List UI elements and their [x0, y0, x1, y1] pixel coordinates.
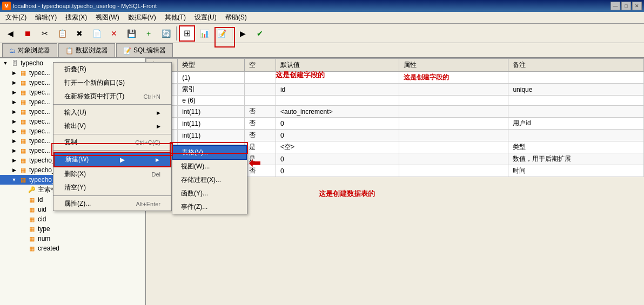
title-bar: M localhost - typechoapi.typecho_userlog… [0, 0, 644, 12]
submenu-function[interactable]: 函数(Y)... [172, 187, 247, 200]
ctx-collapse[interactable]: 折叠(R) [53, 63, 171, 76]
ctx-copy[interactable]: 复制 Ctrl+C(C) [53, 135, 171, 149]
tab-object-browser-label: 对象浏览器 [18, 46, 50, 55]
add-button[interactable]: + [140, 25, 157, 42]
tab-sql-editor[interactable]: 📝 SQL编辑器 [116, 43, 173, 57]
table-view-button[interactable]: ⊞ [179, 25, 195, 42]
toolbar-separator-2 [232, 26, 232, 40]
cell-note-7: 数值，用于后期扩展 [508, 153, 644, 165]
ctx-new[interactable]: 新建(W) ▶ [53, 152, 171, 167]
ctx-open-tab[interactable]: 在新标签页中打开(T) Ctrl+N [53, 90, 171, 103]
table-row[interactable]: (1) 这是创建字段的 [146, 72, 644, 84]
tree-col-created[interactable]: ▦ created [0, 243, 145, 253]
ctx-sep-3 [53, 150, 171, 151]
table-row[interactable]: e (6) [146, 96, 644, 106]
cell-default-3: <auto_increment> [276, 106, 399, 118]
minimize-button[interactable]: — [611, 2, 620, 10]
cell-default-2 [276, 96, 399, 106]
tree-arrow-uid [18, 207, 27, 212]
stop-button[interactable]: ⏹ [19, 25, 36, 42]
tree-label-4: typec... [29, 98, 50, 106]
ctx-input[interactable]: 输入(U) [53, 106, 171, 119]
maximize-button[interactable]: □ [621, 2, 631, 10]
copy-button[interactable]: 📋 [54, 25, 70, 42]
object-browser-icon: 🗂 [9, 47, 16, 55]
submenu-function-label: 函数(Y)... [181, 189, 208, 197]
cell-default-6: <空> [276, 141, 399, 153]
submenu-stored-proc-label: 存储过程(X)... [181, 176, 221, 184]
cell-attr-7 [399, 153, 508, 165]
cell-attr-5 [399, 130, 508, 141]
submenu-stored-proc[interactable]: 存储过程(X)... [172, 173, 247, 187]
cut-button[interactable]: ✂ [37, 25, 53, 42]
tree-label-id: id [38, 196, 43, 204]
tab-object-browser[interactable]: 🗂 对象浏览器 [2, 43, 57, 57]
submenu-event[interactable]: 事件(Z)... [172, 200, 247, 214]
tree-arrow-userlog: ▼ [10, 177, 18, 182]
tree-col-num[interactable]: ▦ num [0, 234, 145, 243]
ctx-delete-shortcut: Del [151, 171, 160, 178]
ctx-output-label: 输出(V) [64, 121, 86, 131]
cell-type-5: int(11) [178, 130, 245, 141]
table-row[interactable]: int(11) 否 <auto_increment> [146, 106, 644, 118]
tree-col-cid[interactable]: ▦ cid [0, 214, 145, 224]
execute-button[interactable]: ▶ [234, 25, 251, 42]
form-view-button[interactable]: 📊 [196, 25, 212, 42]
tree-label-created: created [38, 245, 59, 252]
close-button[interactable]: ✕ [632, 2, 642, 10]
tree-arrow-t5: ▶ [10, 109, 18, 114]
tree-arrow-t3: ▶ [10, 90, 18, 95]
table-row[interactable]: int(11) 否 0 用户id [146, 118, 644, 130]
tree-label-num: num [38, 235, 50, 242]
tree-arrow-num [18, 236, 27, 241]
menu-file[interactable]: 文件(Z) [1, 12, 31, 23]
tree-label-uid: uid [38, 206, 46, 213]
ctx-clear[interactable]: 清空(Y) [53, 181, 171, 194]
ctx-sep-4 [53, 195, 171, 196]
back-button[interactable]: ◀ [2, 25, 18, 42]
delete-button[interactable]: ✖ [71, 25, 88, 42]
ctx-copy-label: 复制 [64, 138, 77, 147]
file-button[interactable]: 📄 [89, 25, 105, 42]
col-header-attr: 属性 [399, 59, 508, 72]
menu-db[interactable]: 数据库(V) [124, 12, 160, 23]
menu-help[interactable]: 帮助(S) [221, 12, 251, 23]
tab-data-browser[interactable]: 📋 数据浏览器 [58, 43, 115, 57]
submenu-table-label: 表格(V)... [182, 148, 209, 156]
cell-null-2 [244, 96, 276, 106]
submenu-table[interactable]: 表格(V)... [172, 145, 247, 160]
refresh-button[interactable]: 🔄 [158, 25, 174, 42]
menu-view[interactable]: 视图(W) [91, 12, 123, 23]
menu-other[interactable]: 其他(T) [160, 12, 190, 23]
cell-type-1: 索引 [178, 84, 245, 96]
window-controls[interactable]: — □ ✕ [611, 2, 642, 10]
check-button[interactable]: ✔ [252, 25, 268, 42]
table-icon-4: ▦ [18, 98, 28, 106]
cancel-button[interactable]: ✕ [106, 25, 122, 42]
table-icon-6: ▦ [18, 117, 28, 126]
cell-attr-3 [399, 106, 508, 118]
cell-null-7: 是 [244, 153, 276, 165]
submenu: 表格(V)... 视图(W)... 存储过程(X)... 函数(Y)... 事件… [172, 145, 247, 214]
cell-default-4: 0 [276, 118, 399, 130]
ctx-delete[interactable]: 删除(X) Del [53, 167, 171, 181]
text-view-button[interactable]: 📝 [213, 25, 230, 42]
ctx-output[interactable]: 输出(V) [53, 119, 171, 133]
tree-col-type[interactable]: ▦ type [0, 224, 145, 234]
cell-note-4: 用户id [508, 118, 644, 130]
table-row[interactable]: 索引 id unique [146, 84, 644, 96]
table-row[interactable]: int(11) 否 0 [146, 130, 644, 141]
menu-settings[interactable]: 设置(U) [190, 12, 221, 23]
save-button[interactable]: 💾 [123, 25, 139, 42]
window-title: localhost - typechoapi.typecho_userlog -… [13, 3, 611, 9]
table-icon-9: ▦ [18, 146, 28, 155]
menu-search[interactable]: 搜索(X) [61, 12, 91, 23]
cell-null-4: 否 [244, 118, 276, 130]
col-header-default: 默认值 [276, 59, 399, 72]
submenu-view[interactable]: 视图(W)... [172, 160, 247, 173]
ctx-new-window[interactable]: 打开一个新的窗口(S) [53, 76, 171, 90]
menu-edit[interactable]: 编辑(Y) [31, 12, 61, 23]
submenu-view-label: 视图(W)... [181, 162, 210, 170]
ctx-properties[interactable]: 属性(Z)... Alt+Enter [53, 197, 171, 211]
cell-note-1: unique [508, 84, 644, 96]
